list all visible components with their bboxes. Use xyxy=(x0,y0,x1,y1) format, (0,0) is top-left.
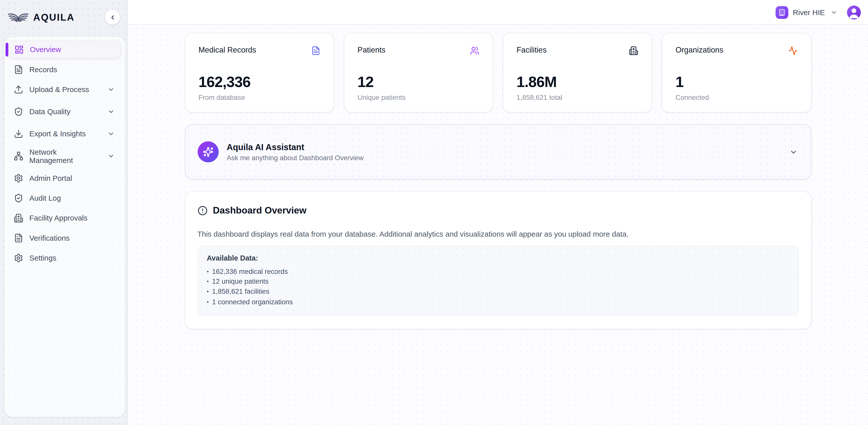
sidebar-item-overview[interactable]: Overview xyxy=(8,40,121,59)
sidebar-item-settings[interactable]: Settings xyxy=(8,249,121,267)
stat-title: Organizations xyxy=(676,46,723,54)
sidebar-item-data-quality[interactable]: Data Quality xyxy=(8,103,121,121)
brand-logo: AQUILA xyxy=(8,11,74,23)
stat-title: Medical Records xyxy=(198,46,256,54)
list-item: 1 connected organizations xyxy=(207,297,789,307)
available-data-box: Available Data: 162,336 medical records … xyxy=(197,246,799,315)
file-text-icon xyxy=(14,65,23,74)
stat-card-organizations: Organizations 1 Connected xyxy=(661,33,811,112)
stat-title: Patients xyxy=(358,46,385,54)
sidebar-item-label: Verifications xyxy=(29,234,69,242)
stat-value: 162,336 xyxy=(198,74,320,91)
sidebar: AQUILA Overview Records xyxy=(0,0,128,425)
chevron-down-icon xyxy=(107,108,115,115)
sidebar-item-label: Data Quality xyxy=(29,108,70,116)
topbar: River HIE xyxy=(128,0,868,25)
stat-title: Facilities xyxy=(516,46,547,54)
sidebar-item-label: Records xyxy=(29,65,57,74)
download-icon xyxy=(14,129,23,139)
sidebar-item-label: Network Management xyxy=(29,148,101,164)
stat-value: 12 xyxy=(358,74,479,91)
sidebar-item-label: Overview xyxy=(30,46,61,54)
sidebar-item-label: Admin Portal xyxy=(29,174,72,182)
stats-row: Medical Records 162,336 From database Pa… xyxy=(185,33,811,112)
file-text-icon xyxy=(311,46,320,55)
content: Medical Records 162,336 From database Pa… xyxy=(128,25,868,425)
gear-icon xyxy=(14,253,23,262)
chevron-down-icon xyxy=(107,152,115,160)
chevron-down-icon[interactable] xyxy=(789,148,798,156)
wings-logo-icon xyxy=(8,11,29,23)
sidebar-item-verifications[interactable]: Verifications xyxy=(8,229,121,247)
available-data-label: Available Data: xyxy=(207,254,789,262)
avatar[interactable] xyxy=(847,5,861,19)
shield-check-icon xyxy=(14,107,23,116)
upload-icon xyxy=(14,85,23,94)
sparkles-icon xyxy=(197,141,218,163)
collapse-sidebar-button[interactable] xyxy=(105,9,120,25)
stat-subtitle: 1,858,621 total xyxy=(516,93,638,101)
sidebar-item-label: Audit Log xyxy=(29,194,61,202)
network-icon xyxy=(14,151,23,161)
sidebar-item-label: Settings xyxy=(29,254,57,262)
main-area: River HIE Medical Records xyxy=(128,0,868,425)
stat-card-medical-records: Medical Records 162,336 From database xyxy=(185,33,334,112)
available-data-list: 162,336 medical records 12 unique patien… xyxy=(207,266,789,307)
org-switcher[interactable]: River HIE xyxy=(776,6,837,19)
alert-circle-icon xyxy=(197,206,208,216)
overview-description: This dashboard displays real data from y… xyxy=(197,230,799,238)
users-icon xyxy=(470,46,479,55)
dashboard-overview-card: Dashboard Overview This dashboard displa… xyxy=(185,191,811,329)
list-item: 12 unique patients xyxy=(207,277,789,287)
file-text-icon xyxy=(14,233,23,243)
ai-assistant-banner[interactable]: Aquila AI Assistant Ask me anything abou… xyxy=(185,124,811,179)
sidebar-item-facility-approvals[interactable]: Facility Approvals xyxy=(8,209,121,227)
org-name: River HIE xyxy=(793,8,825,16)
sidebar-item-network-management[interactable]: Network Management xyxy=(8,147,121,165)
sidebar-item-admin-portal[interactable]: Admin Portal xyxy=(8,169,121,187)
stat-card-patients: Patients 12 Unique patients xyxy=(344,33,493,112)
activity-icon xyxy=(788,46,798,55)
sidebar-nav: Overview Records Upload & Process xyxy=(4,36,126,417)
ai-assistant-title: Aquila AI Assistant xyxy=(227,142,364,152)
shield-check-icon xyxy=(14,193,23,203)
hospital-icon xyxy=(629,46,638,55)
sidebar-item-label: Upload & Process xyxy=(29,85,89,93)
hospital-icon xyxy=(14,214,23,223)
stat-value: 1 xyxy=(676,74,798,91)
ai-assistant-subtitle: Ask me anything about Dashboard Overview xyxy=(227,154,364,162)
list-item: 1,858,621 facilities xyxy=(207,287,789,297)
section-title: Dashboard Overview xyxy=(213,205,306,216)
ai-assistant-text: Aquila AI Assistant Ask me anything abou… xyxy=(227,142,364,162)
sidebar-item-label: Facility Approvals xyxy=(29,214,88,222)
app: AQUILA Overview Records xyxy=(0,0,868,425)
stat-value: 1.86M xyxy=(516,74,638,91)
chevron-left-icon xyxy=(109,13,116,21)
stat-subtitle: Unique patients xyxy=(358,93,479,101)
sidebar-item-export-insights[interactable]: Export & Insights xyxy=(8,125,121,143)
stat-subtitle: Connected xyxy=(676,93,798,101)
brand-name: AQUILA xyxy=(33,11,74,23)
building-icon xyxy=(776,6,788,19)
chevron-down-icon xyxy=(107,130,115,138)
sidebar-item-audit-log[interactable]: Audit Log xyxy=(8,189,121,207)
chevron-down-icon xyxy=(830,8,838,16)
list-item: 162,336 medical records xyxy=(207,266,789,277)
sidebar-item-upload-process[interactable]: Upload & Process xyxy=(8,81,121,99)
stat-subtitle: From database xyxy=(198,93,320,101)
stat-card-facilities: Facilities 1.86M 1,858,621 total xyxy=(502,33,652,112)
chevron-down-icon xyxy=(107,86,115,93)
sidebar-item-records[interactable]: Records xyxy=(8,60,121,79)
sidebar-header: AQUILA xyxy=(0,0,127,34)
sidebar-item-label: Export & Insights xyxy=(29,130,86,138)
gear-icon xyxy=(14,173,23,183)
layout-dashboard-icon xyxy=(14,45,24,54)
